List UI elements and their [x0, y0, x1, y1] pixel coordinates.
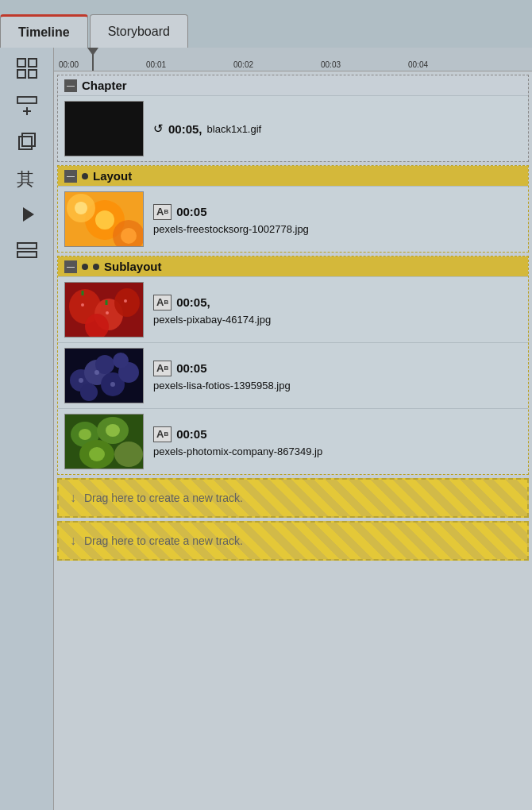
playhead	[92, 48, 94, 71]
sublayout-thumbnail-1	[64, 348, 144, 403]
ruler-tick-4: 00:04	[408, 60, 428, 69]
copy-icon[interactable]	[11, 127, 43, 156]
sublayout-duration-2: 00:05	[176, 427, 206, 441]
chapter-collapse-btn[interactable]: —	[64, 79, 77, 92]
tab-timeline[interactable]: Timeline	[0, 14, 88, 48]
ruler-tick-1: 00:01	[146, 60, 166, 69]
svg-rect-12	[17, 243, 37, 249]
svg-point-19	[75, 202, 87, 214]
ruler-label-0: 00:00	[59, 60, 79, 69]
sublayout-filename-0: pexels-pixabay-46174.jpg	[153, 314, 271, 326]
tab-storyboard-label: Storyboard	[108, 25, 170, 39]
drag-arrow-1: ↓	[70, 534, 76, 548]
layout-duration: 00:05	[176, 205, 206, 218]
svg-text:其: 其	[17, 169, 34, 189]
svg-point-48	[106, 424, 120, 437]
svg-point-40	[94, 370, 99, 375]
svg-rect-4	[17, 97, 37, 103]
ruler: 00:00 00:01 00:02 00:03 00:04	[54, 48, 532, 71]
add-track-icon[interactable]	[11, 91, 43, 119]
tab-timeline-label: Timeline	[18, 25, 70, 40]
drag-arrow-0: ↓	[70, 491, 76, 505]
svg-point-20	[121, 228, 137, 244]
sublayout-thumbnail-0	[64, 282, 144, 338]
ruler-tick-0: 00:00	[59, 60, 79, 69]
sublayout-section: — Sublayout	[57, 256, 529, 475]
chapter-track-info: ↺ 00:05, black1x1.gif	[144, 101, 261, 156]
svg-rect-9	[22, 133, 35, 146]
svg-rect-3	[29, 70, 37, 78]
group-icon[interactable]	[11, 237, 43, 265]
ruler-label-4: 00:04	[408, 60, 428, 69]
sublayout-time-row-2: AB 00:05	[153, 426, 322, 442]
svg-point-41	[110, 382, 115, 387]
drag-zone-text-0: Drag here to create a new track.	[84, 492, 243, 504]
chapter-title: Chapter	[82, 79, 127, 92]
chapter-track: ↺ 00:05, black1x1.gif	[58, 95, 528, 161]
ab-icon-layout: AB	[153, 204, 172, 220]
sublayout-dot2	[93, 264, 99, 270]
ruler-tick-3: 00:03	[321, 60, 341, 69]
sublayout-header[interactable]: — Sublayout	[58, 256, 528, 276]
layout-thumbnail	[64, 191, 144, 247]
layout-track: AB 00:05 pexels-freestocksorg-1002778.jp…	[58, 186, 528, 252]
svg-rect-1	[29, 59, 37, 67]
chapter-section: — Chapter ↺ 00:05, black1x1.gif	[57, 75, 529, 162]
layout-collapse-btn[interactable]: —	[64, 170, 77, 183]
sublayout-track-info-1: AB 00:05 pexels-lisa-fotios-1395958.jpg	[144, 348, 291, 403]
sublayout-track-1: AB 00:05 pexels-lisa-fotios-1395958.jpg	[58, 342, 528, 408]
sublayout-duration-1: 00:05	[176, 361, 206, 375]
chapter-thumbnail	[64, 101, 144, 156]
sublayout-track-info-0: AB 00:05, pexels-pixabay-46174.jpg	[144, 282, 271, 338]
timeline-area: 00:00 00:01 00:02 00:03 00:04	[54, 48, 532, 810]
layout-time-row: AB 00:05	[153, 204, 309, 220]
sublayout-title: Sublayout	[104, 260, 162, 273]
tab-storyboard[interactable]: Storyboard	[90, 14, 188, 48]
svg-point-38	[113, 353, 129, 368]
sublayout-time-row-0: AB 00:05,	[153, 295, 271, 310]
tracks-container[interactable]: — Chapter ↺ 00:05, black1x1.gif	[54, 71, 532, 810]
sublayout-collapse-btn[interactable]: —	[64, 260, 77, 273]
chapter-time-row: ↺ 00:05, black1x1.gif	[153, 122, 261, 136]
layout-filename: pexels-freestocksorg-1002778.jpg	[153, 223, 309, 235]
sublayout-dot1	[82, 264, 88, 270]
chapter-duration: 00:05,	[168, 122, 202, 136]
layout-header[interactable]: — Layout	[58, 166, 528, 186]
chapter-header[interactable]: — Chapter	[58, 75, 528, 95]
app-container: Timeline Storyboard	[0, 0, 532, 810]
svg-point-46	[114, 442, 143, 467]
svg-point-26	[81, 303, 84, 307]
drag-zone-1[interactable]: ↓ Drag here to create a new track.	[57, 521, 529, 561]
svg-point-18	[95, 210, 114, 230]
main-area: 其 00:00	[0, 48, 532, 810]
ab-icon-sub2: AB	[153, 426, 172, 442]
svg-rect-2	[17, 70, 25, 78]
layout-title: Layout	[93, 169, 132, 183]
sublayout-filename-1: pexels-lisa-fotios-1395958.jpg	[153, 380, 291, 392]
sublayout-thumbnail-2	[64, 414, 144, 469]
ab-icon-sub0: AB	[153, 295, 172, 310]
svg-point-27	[106, 311, 109, 314]
layout-track-info: AB 00:05 pexels-freestocksorg-1002778.jp…	[144, 191, 309, 247]
svg-point-28	[124, 299, 127, 303]
svg-rect-7	[17, 97, 37, 103]
sublayout-track-0: AB 00:05, pexels-pixabay-46174.jpg	[58, 276, 528, 342]
sublayout-track-2: AB 00:05 pexels-photomix-company-867349.…	[58, 408, 528, 474]
translation-icon[interactable]: 其	[11, 164, 43, 192]
drag-zone-0[interactable]: ↓ Drag here to create a new track.	[57, 478, 529, 518]
svg-point-47	[79, 429, 91, 440]
layout-dot	[82, 173, 88, 179]
chapter-filename: black1x1.gif	[207, 123, 262, 135]
ab-icon-sub1: AB	[153, 361, 172, 376]
grid-icon[interactable]	[11, 54, 43, 83]
svg-point-39	[79, 378, 83, 383]
ruler-label-3: 00:03	[321, 60, 341, 69]
sublayout-filename-2: pexels-photomix-company-867349.jp	[153, 446, 322, 457]
svg-point-49	[89, 447, 105, 461]
svg-marker-11	[23, 207, 34, 222]
play-icon[interactable]	[11, 200, 43, 229]
sidebar: 其	[0, 48, 54, 810]
ruler-label-2: 00:02	[233, 60, 253, 69]
sublayout-track-info-2: AB 00:05 pexels-photomix-company-867349.…	[144, 414, 322, 469]
sublayout-time-row-1: AB 00:05	[153, 361, 291, 376]
